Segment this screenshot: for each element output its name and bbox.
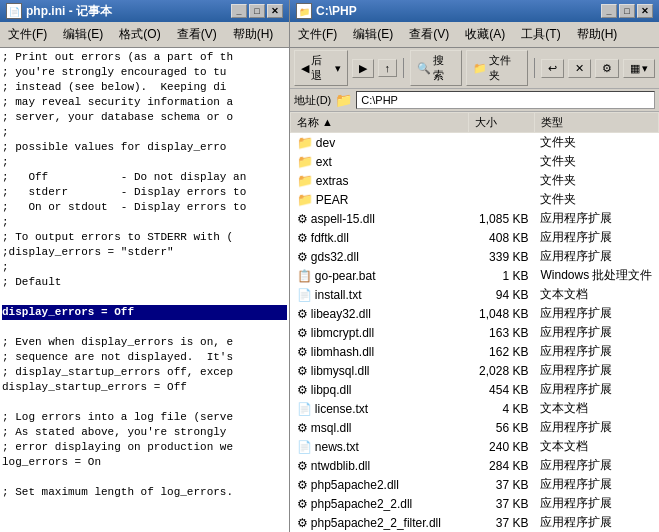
table-row[interactable]: ⚙ php5apache2_2.dll37 KB应用程序扩展 <box>291 494 659 513</box>
back-icon: ◀ <box>301 62 309 75</box>
address-input[interactable] <box>356 91 655 109</box>
menu-format[interactable]: 格式(O) <box>111 24 168 45</box>
file-type: 应用程序扩展 <box>534 418 658 437</box>
file-list-area[interactable]: 名称 ▲ 大小 类型 📁 dev文件夹📁 ext文件夹📁 extras文件夹📁 … <box>290 112 659 532</box>
table-row[interactable]: ⚙ libeay32.dll1,048 KB应用程序扩展 <box>291 304 659 323</box>
addressbar: 地址(D) 📁 <box>290 89 659 112</box>
table-row[interactable]: 📄 news.txt240 KB文本文档 <box>291 437 659 456</box>
file-type: 文件夹 <box>534 133 658 153</box>
table-row[interactable]: ⚙ libmcrypt.dll163 KB应用程序扩展 <box>291 323 659 342</box>
table-row[interactable]: 📄 install.txt94 KB文本文档 <box>291 285 659 304</box>
forward-button[interactable]: ▶ <box>352 59 374 78</box>
file-type: 文件夹 <box>534 152 658 171</box>
file-size <box>469 171 535 190</box>
up-button[interactable]: ↑ <box>378 59 398 77</box>
folders-button[interactable]: 📁 文件夹 <box>466 50 528 86</box>
table-row[interactable]: ⚙ php5apache2.dll37 KB应用程序扩展 <box>291 475 659 494</box>
table-row[interactable]: 📄 license.txt4 KB文本文档 <box>291 399 659 418</box>
file-name: 📁 dev <box>291 133 469 153</box>
file-type: 文件夹 <box>534 190 658 209</box>
table-row[interactable]: ⚙ libpq.dll454 KB应用程序扩展 <box>291 380 659 399</box>
file-type: 应用程序扩展 <box>534 475 658 494</box>
table-row[interactable]: 📁 ext文件夹 <box>291 152 659 171</box>
col-header-type[interactable]: 类型 <box>534 113 658 133</box>
delete-button[interactable]: ✕ <box>568 59 591 78</box>
file-name: 📄 install.txt <box>291 285 469 304</box>
file-name: ⚙ libmhash.dll <box>291 342 469 361</box>
file-size: 408 KB <box>469 228 535 247</box>
exp-menu-help[interactable]: 帮助(H) <box>569 24 626 45</box>
file-type: 应用程序扩展 <box>534 361 658 380</box>
menu-view[interactable]: 查看(V) <box>169 24 225 45</box>
table-row[interactable]: 📁 extras文件夹 <box>291 171 659 190</box>
exp-maximize-button[interactable]: □ <box>619 4 635 18</box>
exp-minimize-button[interactable]: _ <box>601 4 617 18</box>
exp-menu-favorites[interactable]: 收藏(A) <box>457 24 513 45</box>
file-name: 📁 ext <box>291 152 469 171</box>
table-row[interactable]: 📁 PEAR文件夹 <box>291 190 659 209</box>
file-size: 163 KB <box>469 323 535 342</box>
file-name: ⚙ libmcrypt.dll <box>291 323 469 342</box>
toolbar-separator-1 <box>403 58 404 78</box>
undo-button[interactable]: ↩ <box>541 59 564 78</box>
col-header-size[interactable]: 大小 <box>469 113 535 133</box>
notepad-content[interactable]: ; Print out errors (as a part of th; you… <box>0 48 289 532</box>
close-button[interactable]: ✕ <box>267 4 283 18</box>
file-size: 2,028 KB <box>469 361 535 380</box>
exp-menu-tools[interactable]: 工具(T) <box>513 24 568 45</box>
menu-help[interactable]: 帮助(H) <box>225 24 282 45</box>
back-button[interactable]: ◀ 后退 ▾ <box>294 50 348 86</box>
undo-icon: ↩ <box>548 62 557 75</box>
col-header-name[interactable]: 名称 ▲ <box>291 113 469 133</box>
menu-file[interactable]: 文件(F) <box>0 24 55 45</box>
address-label: 地址(D) <box>294 93 331 108</box>
delete-icon: ✕ <box>575 62 584 75</box>
table-row[interactable]: ⚙ libmysql.dll2,028 KB应用程序扩展 <box>291 361 659 380</box>
explorer-menubar: 文件(F) 编辑(E) 查看(V) 收藏(A) 工具(T) 帮助(H) <box>290 22 659 48</box>
file-name: 📁 PEAR <box>291 190 469 209</box>
explorer-title: C:\PHP <box>316 4 357 18</box>
properties-icon: ⚙ <box>602 62 612 75</box>
file-name: 📁 extras <box>291 171 469 190</box>
file-size: 1,048 KB <box>469 304 535 323</box>
table-row[interactable]: 📋 go-pear.bat1 KBWindows 批处理文件 <box>291 266 659 285</box>
properties-button[interactable]: ⚙ <box>595 59 619 78</box>
back-label: 后退 <box>311 53 333 83</box>
file-name: 📋 go-pear.bat <box>291 266 469 285</box>
explorer-window: 📁 C:\PHP _ □ ✕ 文件(F) 编辑(E) 查看(V) 收藏(A) 工… <box>290 0 659 532</box>
exp-menu-edit[interactable]: 编辑(E) <box>345 24 401 45</box>
table-row[interactable]: ⚙ msql.dll56 KB应用程序扩展 <box>291 418 659 437</box>
table-row[interactable]: ⚙ fdftk.dll408 KB应用程序扩展 <box>291 228 659 247</box>
file-name: 📄 license.txt <box>291 399 469 418</box>
file-size: 94 KB <box>469 285 535 304</box>
maximize-button[interactable]: □ <box>249 4 265 18</box>
notepad-title: php.ini - 记事本 <box>26 3 112 20</box>
file-name: ⚙ msql.dll <box>291 418 469 437</box>
file-size <box>469 190 535 209</box>
file-size: 37 KB <box>469 494 535 513</box>
exp-close-button[interactable]: ✕ <box>637 4 653 18</box>
views-dropdown-icon: ▾ <box>642 62 648 75</box>
file-size: 37 KB <box>469 513 535 532</box>
search-button[interactable]: 🔍 搜索 <box>410 50 462 86</box>
file-size: 56 KB <box>469 418 535 437</box>
table-row[interactable]: ⚙ ntwdblib.dll284 KB应用程序扩展 <box>291 456 659 475</box>
exp-menu-view[interactable]: 查看(V) <box>401 24 457 45</box>
table-row[interactable]: ⚙ gds32.dll339 KB应用程序扩展 <box>291 247 659 266</box>
table-header-row: 名称 ▲ 大小 类型 <box>291 113 659 133</box>
file-type: Windows 批处理文件 <box>534 266 658 285</box>
file-type: 应用程序扩展 <box>534 323 658 342</box>
file-type: 应用程序扩展 <box>534 247 658 266</box>
minimize-button[interactable]: _ <box>231 4 247 18</box>
file-size: 37 KB <box>469 475 535 494</box>
file-name: ⚙ gds32.dll <box>291 247 469 266</box>
menu-edit[interactable]: 编辑(E) <box>55 24 111 45</box>
table-row[interactable]: ⚙ aspell-15.dll1,085 KB应用程序扩展 <box>291 209 659 228</box>
views-button[interactable]: ▦ ▾ <box>623 59 655 78</box>
table-row[interactable]: ⚙ libmhash.dll162 KB应用程序扩展 <box>291 342 659 361</box>
notepad-titlebar: 📄 php.ini - 记事本 _ □ ✕ <box>0 0 289 22</box>
file-type: 应用程序扩展 <box>534 494 658 513</box>
exp-menu-file[interactable]: 文件(F) <box>290 24 345 45</box>
table-row[interactable]: 📁 dev文件夹 <box>291 133 659 153</box>
table-row[interactable]: ⚙ php5apache2_2_filter.dll37 KB应用程序扩展 <box>291 513 659 532</box>
